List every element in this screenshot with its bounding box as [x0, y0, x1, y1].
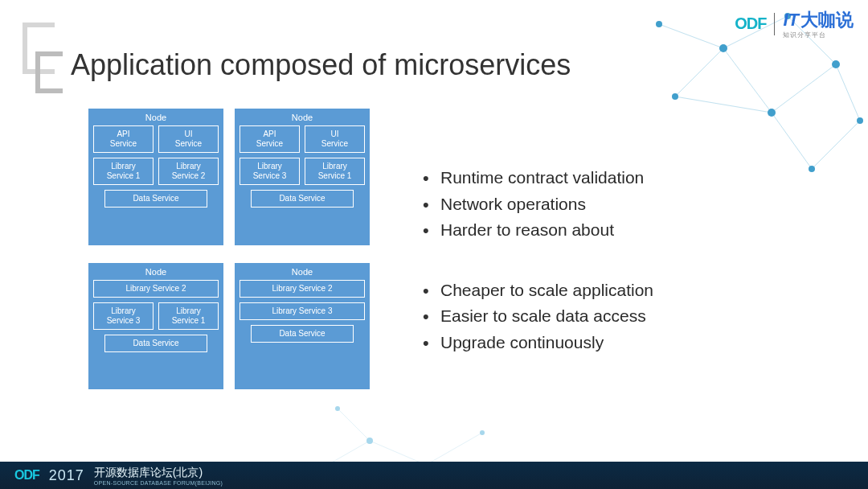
- node-row-bottom: Data Service: [251, 325, 354, 343]
- node-row: LibraryService 1LibraryService 2: [93, 158, 219, 185]
- logo-divider: [774, 13, 775, 35]
- service-box: LibraryService 3: [240, 158, 300, 185]
- node-row-bottom: Data Service: [104, 335, 207, 352]
- svg-line-0: [659, 24, 723, 48]
- bullet-item: Network operations: [418, 191, 836, 218]
- service-box: Data Service: [251, 325, 354, 343]
- service-box: LibraryService 1: [158, 302, 219, 330]
- service-box: Data Service: [104, 335, 207, 352]
- bullet-item: Easier to scale data access: [418, 303, 836, 330]
- svg-point-25: [480, 430, 485, 435]
- svg-point-15: [672, 93, 678, 100]
- svg-point-11: [719, 44, 727, 52]
- svg-line-8: [836, 64, 860, 121]
- slide-footer: ODF 2017 开源数据库论坛(北京) OPEN-SOURCE DATABAS…: [0, 462, 868, 489]
- node-row: APIServiceUIService: [93, 125, 219, 153]
- svg-line-21: [338, 409, 370, 441]
- service-box: Data Service: [251, 190, 354, 208]
- service-box: UIService: [305, 125, 365, 153]
- node-row: LibraryService 3LibraryService 1: [93, 302, 219, 330]
- service-box: Data Service: [104, 190, 207, 208]
- footer-year: 2017: [49, 467, 84, 484]
- bullet-item: Upgrade continuously: [418, 330, 836, 356]
- footer-logo: ODF: [14, 468, 39, 483]
- logo-odf: ODF: [735, 14, 766, 33]
- node-row-bottom: Data Service: [104, 190, 207, 208]
- service-box: APIService: [93, 125, 154, 153]
- node-row: Library Service 2: [93, 280, 219, 298]
- microservices-diagram: NodeAPIServiceUIServiceLibraryService 1L…: [88, 109, 370, 389]
- bullets-list-2: Cheaper to scale applicationEasier to sc…: [418, 277, 836, 356]
- svg-line-4: [772, 64, 836, 113]
- node-title: Node: [93, 111, 219, 125]
- node-box: NodeLibrary Service 2LibraryService 3Lib…: [88, 263, 223, 390]
- svg-line-2: [723, 48, 772, 113]
- node-title: Node: [240, 265, 365, 280]
- svg-point-26: [335, 406, 340, 411]
- bullets-list-1: Runtime contract validationNetwork opera…: [418, 165, 836, 244]
- header-logos: ODF IT 大咖说 知识分享平台: [735, 8, 854, 39]
- svg-line-6: [675, 48, 723, 97]
- bullet-item: Harder to reason about: [418, 217, 836, 244]
- bullets-area: Runtime contract validationNetwork opera…: [418, 109, 836, 389]
- node-box: NodeAPIServiceUIServiceLibraryService 1L…: [88, 109, 223, 245]
- bullet-item: Runtime contract validation: [418, 165, 836, 191]
- svg-point-13: [832, 60, 840, 68]
- service-box: Library Service 2: [240, 280, 365, 298]
- node-title: Node: [93, 265, 219, 280]
- service-box: APIService: [240, 125, 300, 153]
- slide-title: Application composed of microservices: [71, 48, 571, 82]
- node-box: NodeLibrary Service 2Library Service 3Da…: [235, 263, 370, 390]
- service-box: LibraryService 3: [93, 302, 154, 330]
- bracket-icon: [23, 23, 59, 95]
- svg-point-17: [857, 117, 863, 124]
- svg-point-10: [656, 21, 662, 27]
- service-box: Library Service 2: [93, 280, 219, 298]
- footer-title: 开源数据库论坛(北京) OPEN-SOURCE DATABASE FORUM(B…: [94, 465, 223, 486]
- svg-point-23: [366, 438, 373, 444]
- service-box: LibraryService 1: [305, 158, 365, 185]
- service-box: Library Service 3: [240, 302, 365, 320]
- node-row: APIServiceUIService: [240, 125, 365, 153]
- node-row: LibraryService 3LibraryService 1: [240, 158, 365, 185]
- service-box: UIService: [158, 125, 219, 153]
- node-row: Library Service 3: [240, 302, 365, 320]
- node-row: Library Service 2: [240, 280, 365, 298]
- logo-it: IT 大咖说 知识分享平台: [783, 8, 854, 39]
- bullet-item: Cheaper to scale application: [418, 277, 836, 304]
- node-box: NodeAPIServiceUIServiceLibraryService 3L…: [235, 109, 370, 245]
- service-box: LibraryService 1: [93, 158, 154, 185]
- service-box: LibraryService 2: [158, 158, 219, 185]
- node-row-bottom: Data Service: [251, 190, 354, 208]
- node-title: Node: [240, 111, 365, 125]
- svg-line-20: [426, 433, 482, 465]
